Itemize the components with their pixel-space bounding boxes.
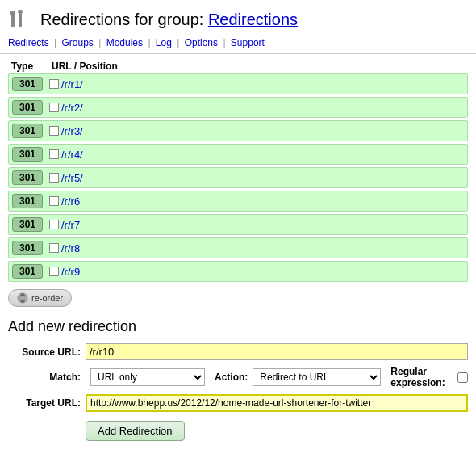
source-url-label: Source URL:	[8, 346, 81, 358]
row-checkbox-icon	[49, 243, 59, 253]
target-url-row: Target URL:	[8, 394, 468, 412]
source-url-input[interactable]	[86, 343, 468, 360]
table-row: 301 /r/r3/	[8, 120, 468, 141]
add-button-row: Add Redirection	[8, 418, 468, 441]
table-row: 301 /r/r7	[8, 214, 468, 235]
row-checkbox-icon	[49, 267, 59, 276]
reorder-icon	[17, 292, 28, 304]
row-url-link[interactable]: /r/r4/	[61, 149, 83, 161]
table-rows: 301 /r/r1/ 301 /r/r2/ 301 /r/r3/ 301 /r/…	[8, 73, 468, 282]
match-label: Match:	[8, 372, 81, 383]
nav-modules[interactable]: Modules	[106, 37, 143, 48]
row-url-link[interactable]: /r/r1/	[61, 78, 83, 90]
action-select[interactable]: Redirect to URLRedirect to random postRe…	[253, 368, 381, 386]
type-badge: 301	[12, 147, 43, 162]
table-headers: Type URL / Position	[8, 59, 468, 73]
row-checkbox-icon	[49, 220, 59, 229]
match-select[interactable]: URL onlyURL and login statusURL and refe…	[90, 368, 205, 386]
type-badge: 301	[12, 194, 43, 208]
type-badge: 301	[12, 77, 43, 91]
nav-bar: Redirects | Groups | Modules | Log | Opt…	[0, 36, 476, 54]
table-row: 301 /r/r5/	[8, 167, 468, 188]
table-row: 301 /r/r8	[8, 237, 468, 258]
regex-label: Regular expression:	[390, 366, 449, 388]
table-row: 301 /r/r1/	[8, 73, 468, 94]
nav-redirects[interactable]: Redirects	[8, 37, 49, 48]
redirects-table: Type URL / Position 301 /r/r1/ 301 /r/r2…	[0, 59, 476, 318]
row-url-link[interactable]: /r/r3/	[61, 125, 83, 137]
table-row: 301 /r/r6	[8, 191, 468, 212]
row-url-link[interactable]: /r/r5/	[61, 172, 83, 184]
row-checkbox-icon	[49, 173, 59, 183]
row-checkbox-icon	[49, 79, 59, 89]
table-row: 301 /r/r9	[8, 261, 468, 282]
source-url-row: Source URL:	[8, 343, 468, 360]
row-checkbox-icon	[49, 196, 59, 206]
col-header-url: URL / Position	[52, 61, 468, 72]
type-badge: 301	[12, 170, 43, 185]
target-url-label: Target URL:	[8, 397, 81, 409]
row-checkbox-icon	[49, 149, 59, 159]
table-row: 301 /r/r4/	[8, 144, 468, 165]
action-label: Action:	[215, 372, 248, 383]
type-badge: 301	[12, 241, 43, 255]
row-url-link[interactable]: /r/r8	[61, 242, 80, 254]
target-url-input[interactable]	[86, 394, 468, 412]
row-url-link[interactable]: /r/r7	[61, 219, 80, 231]
match-action-row: Match: URL onlyURL and login statusURL a…	[8, 366, 468, 388]
tools-icon	[8, 6, 34, 32]
svg-rect-1	[10, 11, 15, 15]
nav-log[interactable]: Log	[156, 37, 172, 48]
nav-support[interactable]: Support	[231, 37, 265, 48]
row-url-link[interactable]: /r/r6	[61, 195, 80, 208]
page-header: Redirections for group: Redirections	[0, 0, 476, 36]
col-header-type: Type	[11, 61, 52, 72]
table-row: 301 /r/r2/	[8, 97, 468, 118]
regex-checkbox[interactable]	[457, 372, 468, 383]
nav-groups[interactable]: Groups	[62, 37, 94, 48]
group-link[interactable]: Redirections	[208, 10, 298, 28]
nav-options[interactable]: Options	[185, 37, 218, 48]
type-badge: 301	[12, 264, 43, 279]
type-badge: 301	[12, 217, 43, 232]
type-badge: 301	[12, 124, 43, 138]
row-url-link[interactable]: /r/r2/	[61, 102, 83, 114]
page-title: Redirections for group: Redirections	[40, 10, 298, 29]
row-checkbox-icon	[49, 103, 59, 112]
type-badge: 301	[12, 100, 43, 115]
row-checkbox-icon	[49, 126, 59, 136]
add-redirection-button[interactable]: Add Redirection	[86, 421, 185, 441]
svg-marker-3	[18, 10, 23, 13]
add-section-heading: Add new redirection	[8, 318, 468, 335]
row-url-link[interactable]: /r/r9	[61, 266, 80, 278]
add-redirection-section: Add new redirection Source URL: Match: U…	[0, 318, 476, 449]
reorder-button[interactable]: re-order	[8, 289, 72, 307]
